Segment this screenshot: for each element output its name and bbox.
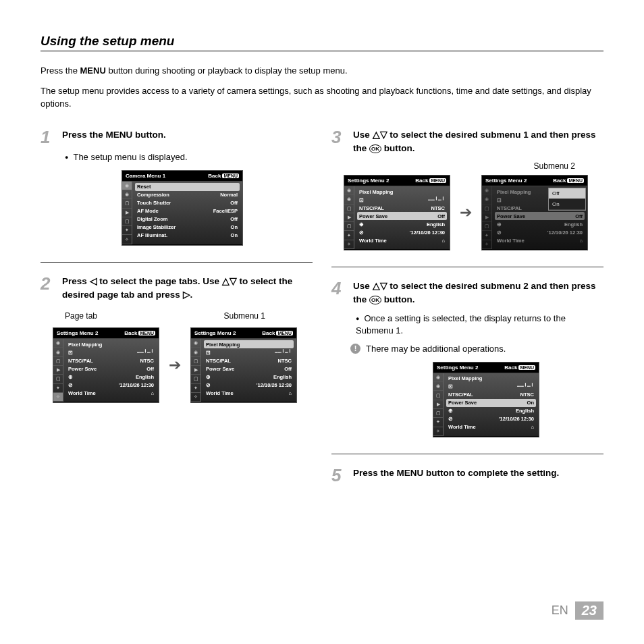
- settings-menu-2b-screen: Settings Menu 2BackMENU ◉◉▢▶▢✦✧ Pixel Ma…: [190, 327, 297, 403]
- page-title: Using the setup menu: [41, 34, 603, 52]
- page-footer: EN 23: [552, 601, 603, 620]
- camera-menu-1-screen: Camera Menu 1 BackMENU ◉◉▢▶▢✦✧ ResetComp…: [122, 170, 243, 246]
- intro-1: Press the MENU button during shooting or…: [41, 64, 603, 78]
- step-4-note: ! There may be additional operations.: [350, 344, 603, 354]
- note-icon: !: [350, 344, 360, 354]
- step-3: 3 Use △▽ to select the desired submenu 1…: [331, 128, 603, 156]
- intro-2: The setup menu provides access to a vari…: [41, 84, 603, 111]
- step-4-bullet: Once a setting is selected, the display …: [356, 313, 603, 337]
- settings-menu-2a-screen: Settings Menu 2BackMENU ◉◉▢▶▢✦✧ Pixel Ma…: [53, 327, 159, 403]
- step-number: 4: [331, 279, 348, 297]
- submenu2-popup: Off On: [548, 188, 586, 211]
- cam1-tabs: ◉◉▢▶▢✦✧: [122, 182, 132, 244]
- step-1-bullet: The setup menu is displayed.: [65, 151, 313, 163]
- footer-lang: EN: [552, 603, 568, 618]
- settings-menu-2d-screen: Settings Menu 2BackMENU ◉◉▢▶▢✦✧ Pixel Ma…: [433, 362, 539, 437]
- step-4: 4 Use △▽ to select the desired submenu 2…: [331, 279, 603, 307]
- step-number: 3: [331, 128, 348, 146]
- arrow-icon: ➔: [169, 356, 181, 374]
- settings-menu-2-popup-screen: Settings Menu 2BackMENU ◉◉▢▶▢✦✧ Pixel Ma…: [481, 175, 588, 250]
- submenu1-label: Submenu 1: [224, 311, 265, 321]
- page-tab-label: Page tab: [65, 311, 97, 321]
- step-number: 1: [41, 128, 57, 146]
- step-2: 2 Press ◁ to select the page tabs. Use △…: [41, 275, 313, 302]
- ok-icon: OK: [369, 144, 381, 153]
- step-number: 2: [41, 275, 57, 292]
- step-1: 1 Press the MENU button.: [41, 128, 313, 146]
- arrow-icon: ➔: [460, 204, 472, 221]
- settings-menu-2c-screen: Settings Menu 2BackMENU ◉◉▢▶▢✦✧ Pixel Ma…: [344, 175, 450, 250]
- submenu2-label: Submenu 2: [534, 161, 575, 171]
- step-5: 5 Press the MENU button to complete the …: [331, 466, 603, 484]
- footer-page: 23: [575, 601, 603, 620]
- step-number: 5: [331, 466, 348, 484]
- ok-icon: OK: [369, 296, 381, 304]
